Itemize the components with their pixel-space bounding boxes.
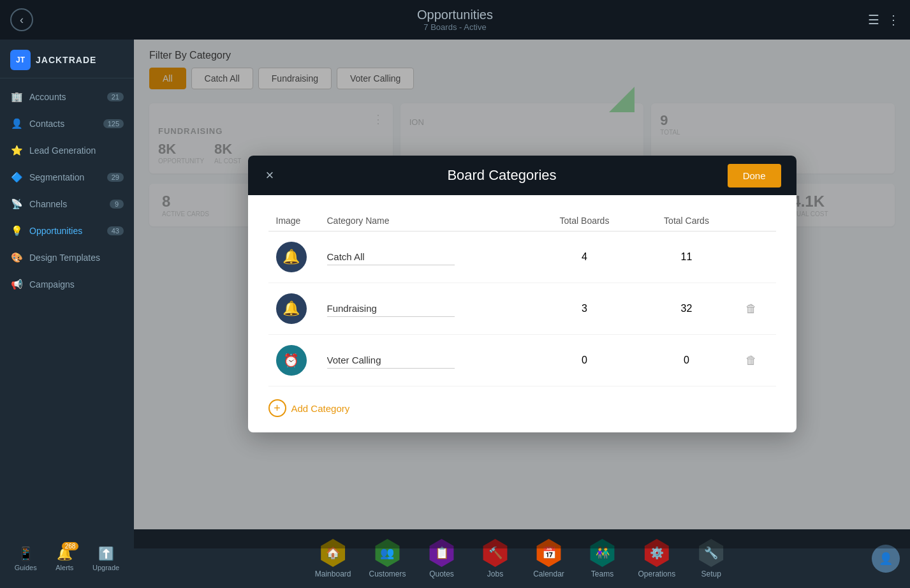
modal-body: Image Category Name Total Boards Total C… xyxy=(248,195,796,432)
voter-calling-name-input[interactable] xyxy=(327,352,455,369)
voter-calling-total-cards: 0 xyxy=(684,355,689,365)
modal-overlay: × Board Categories Done Image Category N… xyxy=(134,40,910,548)
page-subtitle: 7 Boards - Active xyxy=(417,22,493,32)
catch-all-name-input[interactable] xyxy=(327,249,455,265)
sidebar-item-segmentation[interactable]: 🔷 Segmentation 29 xyxy=(0,164,134,191)
col-image: Image xyxy=(268,210,319,232)
fundraising-delete-button[interactable]: 🗑 xyxy=(745,302,757,316)
design-templates-icon: 🎨 xyxy=(10,251,23,264)
campaigns-label: Campaigns xyxy=(29,279,75,290)
sidebar-item-channels[interactable]: 📡 Channels 9 xyxy=(0,191,134,217)
opportunities-badge: 43 xyxy=(107,226,124,235)
accounts-label: Accounts xyxy=(29,92,66,102)
catch-all-total-boards: 4 xyxy=(582,251,587,262)
fundraising-total-boards: 3 xyxy=(582,303,587,314)
upgrade-icon: ⬆️ xyxy=(98,546,114,561)
alerts-tool[interactable]: 🔔 268 Alerts xyxy=(55,546,73,571)
col-total-boards: Total Boards xyxy=(534,210,636,232)
page-title: Opportunities xyxy=(417,8,493,22)
table-row: 🔔 4 11 xyxy=(268,232,776,283)
voter-calling-delete-button[interactable]: 🗑 xyxy=(745,354,757,367)
fundraising-total-cards: 32 xyxy=(681,303,693,314)
channels-badge: 9 xyxy=(110,200,124,209)
modal-header: × Board Categories Done xyxy=(248,156,796,195)
catch-all-icon: 🔔 xyxy=(276,242,307,272)
logo-icon: JT xyxy=(10,50,31,70)
contacts-badge: 125 xyxy=(103,119,124,128)
contacts-icon: 👤 xyxy=(10,117,23,130)
more-options-button[interactable]: ⋮ xyxy=(887,12,900,27)
guides-icon: 📱 xyxy=(18,546,34,561)
alerts-label: Alerts xyxy=(55,564,73,571)
teams-label: Teams xyxy=(591,570,613,578)
mainboard-label: Mainboard xyxy=(315,570,351,578)
accounts-badge: 21 xyxy=(107,92,124,101)
modal-done-button[interactable]: Done xyxy=(728,164,781,187)
sidebar-item-opportunities[interactable]: 💡 Opportunities 43 xyxy=(0,217,134,244)
accounts-icon: 🏢 xyxy=(10,91,23,103)
voter-calling-icon: ⏰ xyxy=(276,345,307,376)
back-button[interactable]: ‹ xyxy=(10,8,33,31)
modal-close-button[interactable]: × xyxy=(263,165,277,186)
sidebar-item-campaigns[interactable]: 📢 Campaigns xyxy=(0,271,134,298)
quotes-label: Quotes xyxy=(429,570,454,578)
col-total-cards: Total Cards xyxy=(636,210,738,232)
user-avatar[interactable]: 👤 xyxy=(872,545,900,573)
categories-table: Image Category Name Total Boards Total C… xyxy=(268,210,776,386)
segmentation-badge: 29 xyxy=(107,173,124,182)
guides-tool[interactable]: 📱 Guides xyxy=(15,546,37,571)
table-row: 🔔 3 32 🗑 xyxy=(268,283,776,335)
col-category-name: Category Name xyxy=(319,210,534,232)
add-category-button[interactable]: + Add Category xyxy=(268,399,350,417)
sidebar-item-lead-generation[interactable]: ⭐ Lead Generation xyxy=(0,137,134,164)
page-header: Opportunities 7 Boards - Active xyxy=(417,8,493,32)
sidebar-item-design-templates[interactable]: 🎨 Design Templates xyxy=(0,244,134,271)
alerts-badge: 268 xyxy=(62,542,79,550)
board-categories-modal: × Board Categories Done Image Category N… xyxy=(248,156,796,432)
segmentation-label: Segmentation xyxy=(29,172,84,182)
list-icon-button[interactable]: ☰ xyxy=(868,12,879,27)
logo: JT JACKTRADE xyxy=(0,40,134,78)
guides-label: Guides xyxy=(15,564,37,571)
sidebar-nav: 🏢 Accounts 21 👤 Contacts 125 ⭐ Lead Gene… xyxy=(0,78,134,548)
customers-label: Customers xyxy=(369,570,406,578)
add-category-label: Add Category xyxy=(291,403,350,414)
upgrade-tool[interactable]: ⬆️ Upgrade xyxy=(92,546,119,571)
channels-icon: 📡 xyxy=(10,198,23,210)
fundraising-name-input[interactable] xyxy=(327,300,455,317)
sidebar-item-contacts[interactable]: 👤 Contacts 125 xyxy=(0,110,134,137)
design-templates-label: Design Templates xyxy=(29,253,100,263)
contacts-label: Contacts xyxy=(29,119,64,129)
fundraising-icon: 🔔 xyxy=(276,293,307,324)
calendar-label: Calendar xyxy=(533,570,564,578)
table-row: ⏰ 0 0 🗑 xyxy=(268,335,776,386)
catch-all-total-cards: 11 xyxy=(681,251,693,262)
setup-label: Setup xyxy=(701,570,721,578)
voter-calling-total-boards: 0 xyxy=(582,355,587,365)
add-category-icon: + xyxy=(268,399,286,417)
opportunities-label: Opportunities xyxy=(29,226,82,236)
campaigns-icon: 📢 xyxy=(10,278,23,291)
jobs-label: Jobs xyxy=(487,570,503,578)
opportunities-icon: 💡 xyxy=(10,224,23,237)
lead-gen-label: Lead Generation xyxy=(29,145,96,156)
top-bar: ‹ Opportunities 7 Boards - Active ☰ ⋮ xyxy=(0,0,910,40)
channels-label: Channels xyxy=(29,199,67,209)
lead-gen-icon: ⭐ xyxy=(10,144,23,157)
logo-text: JACKTRADE xyxy=(36,55,96,65)
sidebar: JT JACKTRADE 🏢 Accounts 21 👤 Contacts 12… xyxy=(0,40,134,548)
modal-title: Board Categories xyxy=(447,167,556,184)
sidebar-item-accounts[interactable]: 🏢 Accounts 21 xyxy=(0,84,134,110)
operations-label: Operations xyxy=(638,570,676,578)
upgrade-label: Upgrade xyxy=(92,564,119,571)
segmentation-icon: 🔷 xyxy=(10,171,23,184)
